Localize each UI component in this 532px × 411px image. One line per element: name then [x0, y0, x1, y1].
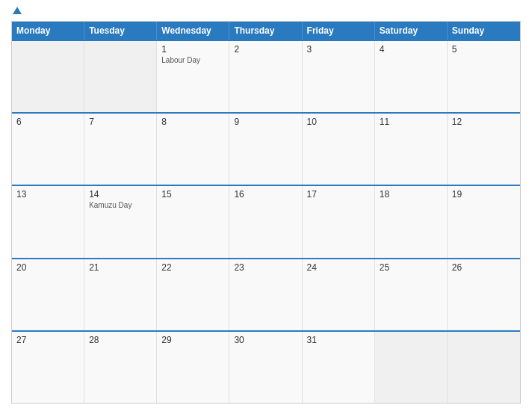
- calendar-cell: 7: [84, 114, 157, 185]
- day-number: 5: [452, 44, 516, 55]
- day-number: 4: [380, 44, 442, 55]
- day-number: 24: [307, 262, 370, 273]
- calendar-cell: 25: [375, 259, 448, 330]
- calendar-cell: 20: [12, 259, 84, 330]
- holiday-label: Kamuzu Day: [89, 201, 152, 209]
- header-day-thursday: Thursday: [229, 22, 302, 40]
- day-number: 14: [89, 189, 152, 200]
- calendar-week-3: 1314Kamuzu Day1516171819: [12, 185, 520, 257]
- logo-triangle-icon: [13, 7, 22, 14]
- day-number: 26: [452, 262, 516, 273]
- holiday-label: Labour Day: [161, 56, 224, 64]
- day-number: 13: [16, 189, 79, 200]
- calendar-cell: 26: [448, 259, 520, 330]
- logo: [11, 7, 22, 15]
- calendar-cell: 23: [229, 259, 302, 330]
- header-day-sunday: Sunday: [448, 22, 520, 40]
- header: [11, 7, 521, 15]
- calendar-week-4: 20212223242526: [12, 258, 520, 330]
- calendar-cell: 6: [12, 114, 84, 185]
- calendar-cell: 15: [157, 186, 229, 257]
- day-number: 6: [16, 117, 79, 127]
- day-number: 1: [161, 44, 224, 55]
- day-number: 9: [234, 117, 297, 127]
- calendar-cell: 30: [229, 332, 302, 403]
- header-day-wednesday: Wednesday: [157, 22, 229, 40]
- calendar-cell: 4: [375, 41, 448, 112]
- calendar-cell: 31: [303, 332, 375, 403]
- day-number: 12: [452, 117, 516, 127]
- calendar-cell: 19: [448, 186, 520, 257]
- calendar-cell: 21: [84, 259, 157, 330]
- day-number: 25: [380, 262, 442, 273]
- day-number: 17: [307, 189, 370, 200]
- calendar-cell: 18: [375, 186, 448, 257]
- day-number: 11: [380, 117, 442, 127]
- day-number: 22: [161, 262, 224, 273]
- calendar-cell: 2: [229, 41, 302, 112]
- header-day-tuesday: Tuesday: [84, 22, 157, 40]
- day-number: 2: [234, 44, 297, 55]
- calendar-cell: 17: [303, 186, 375, 257]
- calendar-cell: 22: [157, 259, 229, 330]
- header-day-friday: Friday: [303, 22, 375, 40]
- page: MondayTuesdayWednesdayThursdayFridaySatu…: [0, 0, 532, 411]
- day-number: 18: [380, 189, 442, 200]
- day-number: 19: [452, 189, 516, 200]
- calendar-cell: 10: [303, 114, 375, 185]
- day-number: 16: [234, 189, 297, 200]
- day-number: 10: [307, 117, 370, 127]
- day-number: 8: [161, 117, 224, 127]
- calendar-cell: 11: [375, 114, 448, 185]
- calendar-cell: 3: [303, 41, 375, 112]
- calendar-header: MondayTuesdayWednesdayThursdayFridaySatu…: [12, 22, 520, 40]
- calendar-cell: 28: [84, 332, 157, 403]
- day-number: 29: [161, 335, 224, 345]
- day-number: 28: [89, 335, 152, 345]
- calendar-cell: 12: [448, 114, 520, 185]
- day-number: 3: [307, 44, 370, 55]
- day-number: 21: [89, 262, 152, 273]
- calendar-week-1: 1Labour Day2345: [12, 40, 520, 112]
- calendar-cell: [84, 41, 157, 112]
- calendar-cell: 8: [157, 114, 229, 185]
- day-number: 23: [234, 262, 297, 273]
- calendar: MondayTuesdayWednesdayThursdayFridaySatu…: [11, 21, 521, 404]
- calendar-cell: 27: [12, 332, 84, 403]
- header-day-saturday: Saturday: [375, 22, 448, 40]
- day-number: 20: [16, 262, 79, 273]
- calendar-cell: 14Kamuzu Day: [84, 186, 157, 257]
- calendar-week-2: 6789101112: [12, 112, 520, 185]
- calendar-cell: 9: [229, 114, 302, 185]
- calendar-cell: [448, 332, 520, 403]
- calendar-cell: 29: [157, 332, 229, 403]
- calendar-cell: 24: [303, 259, 375, 330]
- calendar-cell: [375, 332, 448, 403]
- calendar-cell: 5: [448, 41, 520, 112]
- day-number: 31: [307, 335, 370, 345]
- day-number: 15: [161, 189, 224, 200]
- calendar-body: 1Labour Day234567891011121314Kamuzu Day1…: [12, 40, 520, 403]
- day-number: 30: [234, 335, 297, 345]
- calendar-cell: [12, 41, 84, 112]
- calendar-cell: 16: [229, 186, 302, 257]
- header-day-monday: Monday: [12, 22, 84, 40]
- calendar-cell: 1Labour Day: [157, 41, 229, 112]
- calendar-week-5: 2728293031: [12, 330, 520, 403]
- day-number: 7: [89, 117, 152, 127]
- calendar-cell: 13: [12, 186, 84, 257]
- day-number: 27: [16, 335, 79, 345]
